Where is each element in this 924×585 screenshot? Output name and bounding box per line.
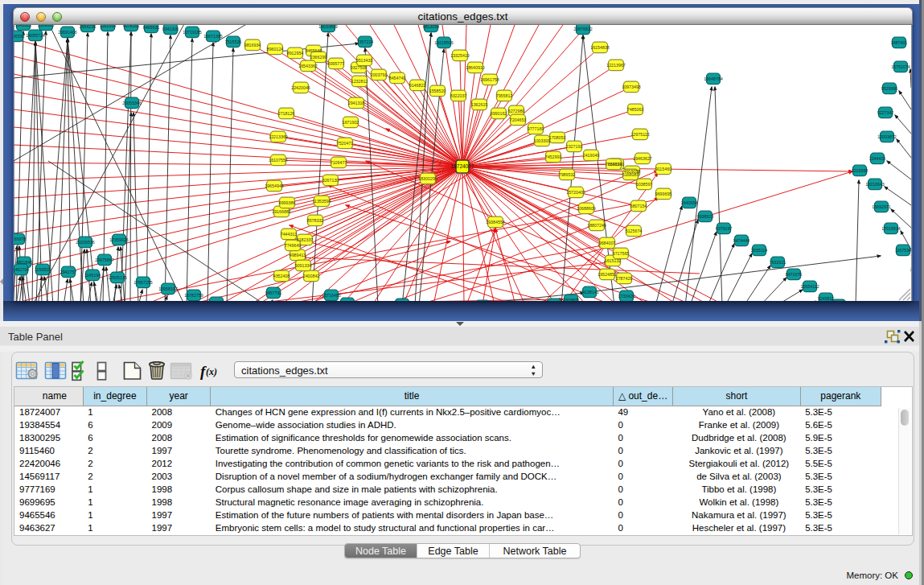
svg-text:12213369: 12213369 <box>269 134 288 139</box>
svg-text:2718126: 2718126 <box>278 111 295 116</box>
svg-text:(x): (x) <box>206 366 217 377</box>
svg-text:15751074: 15751074 <box>891 64 910 69</box>
svg-text:2419049: 2419049 <box>583 153 600 158</box>
svg-text:4309805: 4309805 <box>563 298 580 301</box>
svg-text:1362615: 1362615 <box>471 102 488 107</box>
svg-text:12975115: 12975115 <box>630 132 649 137</box>
svg-text:20691406: 20691406 <box>58 30 77 35</box>
svg-text:2942757: 2942757 <box>60 270 77 274</box>
svg-text:8471676: 8471676 <box>786 272 803 277</box>
svg-text:7986532: 7986532 <box>559 172 576 177</box>
svg-text:6717565: 6717565 <box>613 251 630 256</box>
svg-text:8960124: 8960124 <box>267 47 284 51</box>
svg-text:2941318: 2941318 <box>348 101 365 105</box>
svg-text:7357224: 7357224 <box>357 39 374 44</box>
svg-text:7632621: 7632621 <box>770 260 786 265</box>
svg-text:1708053: 1708053 <box>549 135 566 140</box>
svg-text:6807154: 6807154 <box>630 204 647 208</box>
svg-text:9091334: 9091334 <box>295 263 312 268</box>
svg-text:1733426: 1733426 <box>618 294 635 299</box>
svg-text:9474444: 9474444 <box>733 238 750 243</box>
svg-text:19384554: 19384554 <box>486 220 505 225</box>
svg-text:1232812: 1232812 <box>351 79 368 84</box>
svg-text:16033809: 16033809 <box>318 25 338 29</box>
svg-text:18300295: 18300295 <box>418 176 437 181</box>
svg-text:8454749: 8454749 <box>389 76 406 80</box>
svg-text:18640910: 18640910 <box>466 65 485 70</box>
svg-text:12923468: 12923468 <box>207 300 226 301</box>
svg-text:16671385: 16671385 <box>203 34 223 39</box>
svg-text:14055724: 14055724 <box>26 33 45 38</box>
svg-text:9529966: 9529966 <box>881 86 898 91</box>
svg-text:17957255: 17957255 <box>133 280 153 285</box>
svg-text:4352408: 4352408 <box>273 274 290 278</box>
svg-text:20053346: 20053346 <box>122 101 142 105</box>
svg-text:3487401: 3487401 <box>891 40 908 45</box>
svg-text:2654235: 2654235 <box>80 25 97 29</box>
svg-text:8578332: 8578332 <box>307 218 324 223</box>
svg-text:4078161: 4078161 <box>123 25 140 28</box>
svg-text:8813054: 8813054 <box>423 25 440 29</box>
svg-text:1640954: 1640954 <box>681 200 698 205</box>
svg-text:2400842: 2400842 <box>303 274 320 278</box>
svg-text:12213967: 12213967 <box>606 63 626 68</box>
svg-text:7515526: 7515526 <box>225 39 242 44</box>
svg-text:10719185: 10719185 <box>183 30 202 35</box>
svg-text:10973493: 10973493 <box>622 84 641 89</box>
svg-text:16107554: 16107554 <box>269 158 288 163</box>
svg-text:1003309: 1003309 <box>534 138 551 143</box>
svg-text:7749649: 7749649 <box>285 243 302 248</box>
svg-text:15692971: 15692971 <box>872 204 891 209</box>
svg-text:16154838: 16154838 <box>590 45 610 50</box>
svg-text:7444313: 7444313 <box>281 232 298 237</box>
svg-text:18724007: 18724007 <box>451 163 474 169</box>
svg-text:11353594: 11353594 <box>312 199 331 204</box>
svg-text:7955812: 7955812 <box>496 93 513 98</box>
svg-text:7452991: 7452991 <box>545 154 562 159</box>
svg-text:20206536: 20206536 <box>76 240 95 245</box>
svg-text:1145194: 1145194 <box>84 273 101 278</box>
svg-text:6999386: 6999386 <box>279 200 296 205</box>
svg-text:12505135: 12505135 <box>108 275 127 280</box>
svg-text:15720407: 15720407 <box>566 190 585 195</box>
svg-text:14138141: 14138141 <box>580 290 599 295</box>
svg-text:6379197: 6379197 <box>716 226 733 231</box>
svg-text:9699695: 9699695 <box>655 192 672 196</box>
svg-text:16543362: 16543362 <box>298 64 318 68</box>
svg-text:9245812: 9245812 <box>818 296 835 301</box>
svg-text:8465648: 8465648 <box>306 48 322 53</box>
svg-text:6038597: 6038597 <box>636 182 653 187</box>
svg-text:17016514: 17016514 <box>881 226 901 231</box>
svg-text:20876812: 20876812 <box>573 27 593 31</box>
svg-text:6995777: 6995777 <box>328 61 345 66</box>
svg-text:9777169: 9777169 <box>528 126 544 131</box>
svg-text:1043321: 1043321 <box>15 25 32 27</box>
svg-text:5168087: 5168087 <box>622 172 639 177</box>
svg-text:15716485: 15716485 <box>322 293 341 298</box>
svg-text:16648784: 16648784 <box>704 76 723 81</box>
svg-text:9115460: 9115460 <box>655 167 671 171</box>
svg-text:0341316: 0341316 <box>162 27 179 31</box>
svg-text:9513433: 9513433 <box>356 58 373 63</box>
svg-text:13325419: 13325419 <box>450 53 470 58</box>
svg-text:8938923: 8938923 <box>697 214 714 219</box>
svg-text:16961758: 16961758 <box>480 77 499 82</box>
svg-text:2366299: 2366299 <box>310 55 327 60</box>
svg-text:9327508: 9327508 <box>351 65 368 70</box>
svg-text:7204653: 7204653 <box>510 117 527 122</box>
svg-text:8495931: 8495931 <box>143 25 160 30</box>
svg-text:2003791: 2003791 <box>371 72 388 77</box>
svg-text:10688609: 10688609 <box>577 206 596 211</box>
svg-text:9684007: 9684007 <box>599 241 616 245</box>
svg-text:1671902: 1671902 <box>343 120 359 125</box>
svg-text:3267130: 3267130 <box>322 178 339 183</box>
svg-text:16782759: 16782759 <box>184 293 203 298</box>
svg-text:16210643: 16210643 <box>865 182 885 187</box>
svg-text:19524851: 19524851 <box>598 272 617 277</box>
svg-text:5182337: 5182337 <box>297 237 314 242</box>
svg-text:7520471: 7520471 <box>337 141 354 146</box>
svg-text:1558520: 1558520 <box>429 89 446 93</box>
svg-text:19463627: 19463627 <box>633 156 652 161</box>
svg-text:2935114: 2935114 <box>751 248 767 253</box>
svg-text:1244415: 1244415 <box>869 156 886 161</box>
